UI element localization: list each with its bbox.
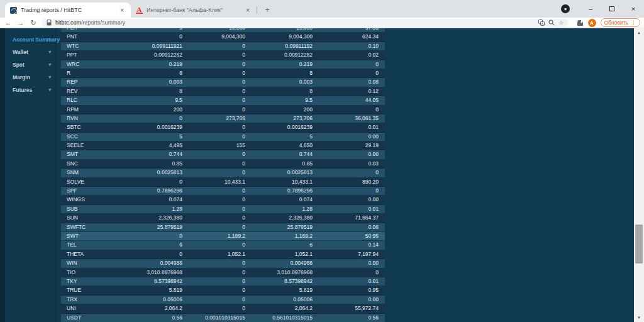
address-bar[interactable]: hitbtc.com/reports/summary ☆ bbox=[42, 19, 569, 27]
value-cell: 0.7896296 bbox=[252, 187, 319, 195]
maximize-button[interactable] bbox=[601, 0, 623, 18]
value-cell: 5.819 bbox=[252, 286, 319, 294]
hitbtc-logo-icon bbox=[10, 7, 17, 14]
reload-button[interactable]: ↻ bbox=[29, 19, 38, 26]
value-cell: 0 bbox=[189, 269, 252, 277]
value-cell: 273,706 bbox=[252, 114, 319, 123]
value-cell: 0 bbox=[189, 277, 252, 286]
value-cell: 0 bbox=[319, 60, 385, 69]
value-cell: 0 bbox=[121, 232, 189, 240]
value-cell: 0.001010315015 bbox=[189, 314, 252, 322]
url-text: hitbtc.com/reports/summary bbox=[55, 19, 125, 26]
value-cell: 890.20 bbox=[319, 178, 385, 186]
table-row: RLC9.509.544.05 bbox=[61, 96, 385, 105]
alfa-bank-logo-icon: А bbox=[136, 7, 143, 14]
table-row: REV8080.12 bbox=[61, 87, 385, 96]
value-cell: 0.00 bbox=[319, 196, 385, 204]
value-cell: 0 bbox=[189, 60, 252, 69]
value-cell: 7,197.94 bbox=[319, 250, 385, 258]
value-cell: 71,664.37 bbox=[319, 214, 385, 222]
table-row: WINGS0.07400.0740.00 bbox=[61, 196, 385, 204]
value-cell: 10,433.1 bbox=[189, 178, 252, 186]
translate-icon[interactable] bbox=[538, 19, 545, 26]
table-row: TKY8.5739894208.573989420.01 bbox=[61, 277, 385, 286]
chrome-update-menu-button[interactable]: Обновить ⋮ bbox=[601, 18, 641, 27]
table-row: RVN0273,706273,70636,061.35 bbox=[61, 114, 385, 123]
titlebar-badge-icon[interactable]: ♥ bbox=[561, 4, 570, 13]
value-cell: 0 bbox=[189, 123, 252, 131]
sidebar-item-wallet[interactable]: Wallet▾ bbox=[5, 46, 56, 58]
value-cell: 9,004,300 bbox=[189, 33, 252, 41]
currency-cell: THETA bbox=[61, 250, 121, 258]
value-cell: 0.12 bbox=[319, 87, 385, 96]
table-row: SPF0.789629600.78962960 bbox=[61, 187, 385, 196]
page-content: Account SummaryWallet▾Spot▾Margin▾Future… bbox=[0, 28, 644, 322]
tab-close-icon[interactable]: × bbox=[244, 6, 252, 14]
value-cell: 0 bbox=[189, 160, 252, 168]
value-cell: 5 bbox=[252, 133, 319, 141]
table-row: SUB1.2801.280.01 bbox=[61, 205, 385, 214]
close-window-button[interactable]: × bbox=[623, 0, 644, 18]
sidebar-item-futures[interactable]: Futures▾ bbox=[5, 84, 56, 96]
value-cell: 0.56 bbox=[121, 314, 189, 322]
tab-close-icon[interactable]: × bbox=[118, 6, 126, 14]
value-cell: 0 bbox=[189, 42, 252, 50]
value-cell: 8.57398942 bbox=[121, 277, 189, 286]
value-cell: 0 bbox=[189, 286, 252, 294]
currency-cell: R bbox=[61, 69, 121, 77]
scrollbar-down-button[interactable]: ▼ bbox=[634, 313, 644, 322]
value-cell: 1.28 bbox=[121, 205, 189, 213]
value-cell: 0 bbox=[189, 87, 252, 96]
value-cell: 6 bbox=[252, 241, 319, 249]
value-cell: 624.34 bbox=[319, 33, 385, 41]
value-cell: 0 bbox=[189, 133, 252, 141]
zoom-icon[interactable] bbox=[548, 19, 555, 26]
scrollbar-thumb[interactable] bbox=[635, 225, 643, 264]
value-cell: 0 bbox=[319, 187, 385, 195]
extensions-puzzle-icon[interactable] bbox=[577, 19, 584, 26]
scrollbar-up-button[interactable]: ▲ bbox=[634, 28, 644, 37]
table-row: SNM0.002581300.00258130 bbox=[61, 169, 385, 177]
profile-avatar[interactable]: A bbox=[588, 19, 596, 27]
back-button[interactable]: ← bbox=[4, 19, 13, 26]
new-tab-button[interactable]: + bbox=[260, 3, 274, 16]
currency-cell: TRUE bbox=[61, 286, 121, 294]
table-row: SMT0.74400.7440.00 bbox=[61, 150, 385, 159]
currency-cell: PPT bbox=[61, 51, 121, 59]
browser-tab[interactable]: Trading reports / HitBTC× bbox=[5, 3, 131, 18]
browser-tab[interactable]: АИнтернет-банк "Альфа-Клик"× bbox=[131, 3, 257, 18]
currency-cell: SNM bbox=[61, 169, 121, 177]
currency-cell: WTC bbox=[61, 42, 121, 50]
value-cell: 25.879519 bbox=[121, 223, 189, 231]
page-scrollbar[interactable]: ▲ ▼ bbox=[634, 28, 644, 322]
value-cell: 9,004,300 bbox=[252, 33, 319, 41]
sidebar-item-account-summary[interactable]: Account Summary bbox=[5, 33, 56, 46]
value-cell: 0.004986 bbox=[252, 259, 319, 267]
bookmark-star-icon[interactable]: ☆ bbox=[558, 19, 565, 26]
value-cell: 3,010.8976968 bbox=[252, 269, 319, 277]
value-cell: 0.56 bbox=[319, 314, 385, 322]
tab-title: Trading reports / HitBTC bbox=[21, 7, 114, 13]
currency-cell: SPF bbox=[61, 187, 121, 195]
value-cell: 0.06 bbox=[319, 223, 385, 231]
value-cell: 0 bbox=[189, 169, 252, 177]
value-cell: 8 bbox=[121, 87, 189, 96]
sidebar-item-margin[interactable]: Margin▾ bbox=[5, 71, 56, 84]
sidebar-item-spot[interactable]: Spot▾ bbox=[5, 58, 56, 71]
value-cell: 0 bbox=[319, 269, 385, 277]
currency-cell: REV bbox=[61, 87, 121, 96]
table-row: THETA01,052.11,052.17,197.94 bbox=[61, 250, 385, 259]
table-row: PLA010,00010,00037.85 bbox=[61, 28, 385, 33]
forward-button[interactable]: → bbox=[16, 19, 25, 26]
value-cell: 0.01 bbox=[319, 277, 385, 286]
table-row: PNT09,004,3009,004,300624.34 bbox=[61, 33, 385, 42]
value-cell: 0.00 bbox=[319, 150, 385, 158]
update-label: Обновить bbox=[604, 19, 629, 26]
value-cell: 0 bbox=[189, 223, 252, 231]
value-cell: 4,650 bbox=[252, 142, 319, 150]
value-cell: 8 bbox=[252, 87, 319, 96]
value-cell: 0.00912262 bbox=[121, 51, 189, 59]
minimize-button[interactable]: – bbox=[580, 0, 601, 18]
value-cell: 10,000 bbox=[189, 28, 252, 32]
value-cell: 0 bbox=[189, 214, 252, 222]
